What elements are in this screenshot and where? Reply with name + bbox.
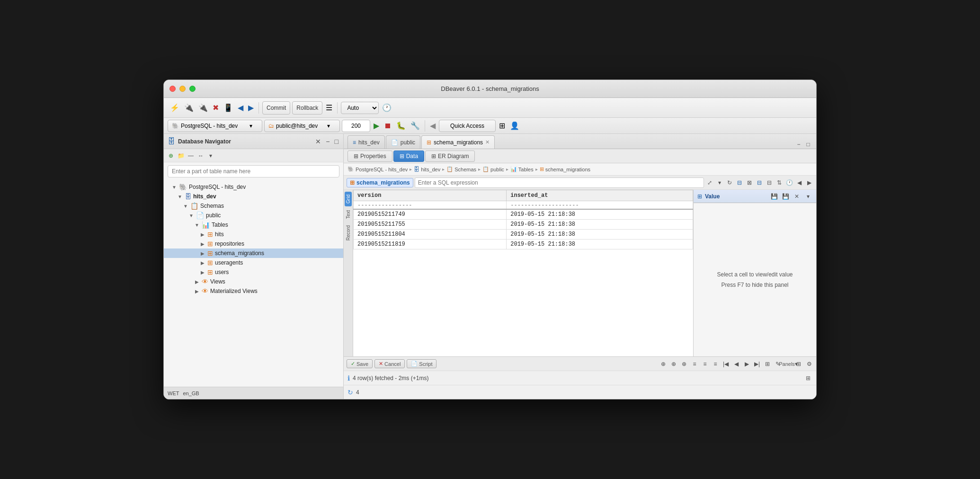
table-row[interactable]: 20190515211804 2019-05-15 21:18:38 <box>354 230 693 240</box>
cell-inserted-4[interactable]: 2019-05-15 21:18:38 <box>507 240 693 249</box>
nav-prev-icon[interactable]: ◀ <box>795 178 803 187</box>
save-file-icon[interactable]: 💾 <box>781 192 790 201</box>
cell-version-2[interactable]: 20190515211755 <box>354 220 507 230</box>
col-inserted-at[interactable]: inserted_at <box>507 190 693 201</box>
cell-version-3[interactable]: 20190515211804 <box>354 230 507 240</box>
stop-query-icon[interactable]: ⏹ <box>383 120 393 132</box>
tab-schema-migrations[interactable]: ⊞ schema_migrations ✕ <box>421 135 495 149</box>
run-icon[interactable]: ▶ <box>372 120 381 132</box>
breadcrumb-public[interactable]: 📋 public <box>482 166 504 172</box>
sub-tab-properties[interactable]: ⊞ Properties <box>347 151 392 162</box>
filter-clear-icon[interactable]: ⊠ <box>745 178 754 187</box>
table-row[interactable]: 20190515211755 2019-05-15 21:18:38 <box>354 220 693 230</box>
breadcrumb-hitsdev[interactable]: 🗄 hits_dev <box>414 166 440 173</box>
breadcrumb-tables[interactable]: 📊 Tables <box>510 166 534 172</box>
filter3-icon[interactable]: ⊟ <box>765 178 774 187</box>
panels-dropdown[interactable]: Panels ▾ <box>784 360 793 368</box>
close-button[interactable] <box>169 86 176 92</box>
forward-icon[interactable]: ▶ <box>247 102 255 114</box>
rollback-button[interactable]: Rollback <box>292 101 322 115</box>
row-op-3[interactable]: ⊕ <box>680 360 688 368</box>
align-1[interactable]: ≡ <box>690 360 699 368</box>
maximize-panel-icon[interactable]: □ <box>334 137 339 146</box>
tree-item-public[interactable]: ▼ 📄 public <box>164 211 343 220</box>
schema-select[interactable]: 🗂 public@hits_dev ▾ <box>264 120 340 132</box>
side-tab-text[interactable]: Text <box>345 207 352 222</box>
debug-icon[interactable]: 🐛 <box>395 120 407 132</box>
commit-button[interactable]: Commit <box>262 101 290 115</box>
breadcrumb-schemas[interactable]: 📋 Schemas <box>446 166 476 172</box>
search-input[interactable] <box>172 168 335 175</box>
side-tab-grid[interactable]: Grid <box>345 192 352 206</box>
cell-version-4[interactable]: 20190515211819 <box>354 240 507 249</box>
cell-inserted-1[interactable]: 2019-05-15 21:18:38 <box>507 209 693 220</box>
disconnect-icon[interactable]: 🔌 <box>197 102 209 114</box>
tree-item-hitsdev[interactable]: ▼ 🗄 hits_dev <box>164 192 343 201</box>
quick-access-button[interactable]: Quick Access <box>439 120 496 132</box>
nav-prev[interactable]: ◀ <box>732 360 740 368</box>
db-connection-select[interactable]: 🐘 PostgreSQL - hits_dev ▾ <box>168 120 262 132</box>
tree-item-mat-views[interactable]: ▶ 👁 Materialized Views <box>164 286 343 296</box>
tree-item-useragents[interactable]: ▶ ⊞ useragents <box>164 258 343 267</box>
sub-tab-data[interactable]: ⊞ Data <box>393 151 424 162</box>
col-version[interactable]: version <box>354 190 507 201</box>
minimize-button[interactable] <box>179 86 186 92</box>
record-refresh-icon[interactable]: ↻ <box>347 389 353 396</box>
grid-view-btn[interactable]: ⊞ <box>794 360 803 368</box>
align-3[interactable]: ≡ <box>711 360 720 368</box>
link-icon[interactable]: ↔ <box>196 151 205 160</box>
collapse-icon[interactable]: − <box>325 137 330 146</box>
nav-first[interactable]: |◀ <box>722 360 730 368</box>
tab-close-icon[interactable]: ✕ <box>485 139 490 145</box>
side-tab-record[interactable]: Record <box>345 222 352 243</box>
tools-icon[interactable]: 🔧 <box>409 120 421 132</box>
stop-icon[interactable]: ✖ <box>211 102 220 114</box>
add-conn-icon[interactable]: ⊕ <box>167 151 175 160</box>
tree-item-tables[interactable]: ▼ 📊 Tables <box>164 220 343 230</box>
sub-tab-er[interactable]: ⊞ ER Diagram <box>425 151 475 162</box>
save-button[interactable]: ✓ Save <box>347 359 373 368</box>
user-icon[interactable]: 👤 <box>508 120 521 132</box>
clock2-icon[interactable]: 🕐 <box>785 178 793 187</box>
refresh-nav-icon[interactable]: 📱 <box>222 102 234 114</box>
dropdown-sql-icon[interactable]: ▾ <box>715 178 724 187</box>
transaction-icon[interactable]: ☰ <box>324 102 334 114</box>
auto-select[interactable]: Auto <box>341 102 379 114</box>
grid-view-icon[interactable]: ⊞ <box>498 120 507 132</box>
back-icon[interactable]: ◀ <box>236 102 245 114</box>
minimize-panel-icon[interactable]: − <box>794 140 803 149</box>
dropdown-value-icon[interactable]: ▾ <box>804 192 812 201</box>
tab-public[interactable]: 📄 public <box>386 135 420 149</box>
unpin-icon[interactable]: ✕ <box>314 137 322 146</box>
resize-icon[interactable]: ⊞ <box>804 374 812 382</box>
tree-item-schemas[interactable]: ▼ 📋 Schemas <box>164 201 343 211</box>
cell-inserted-3[interactable]: 2019-05-15 21:18:38 <box>507 230 693 240</box>
breadcrumb-sm[interactable]: ⊞ schema_migrations <box>540 166 590 172</box>
close-value-icon[interactable]: ✕ <box>793 192 801 201</box>
table-row[interactable]: 20190515211819 2019-05-15 21:18:38 <box>354 240 693 249</box>
cell-version-1[interactable]: 20190515211749 <box>354 209 507 220</box>
connect-icon[interactable]: ⚡ <box>169 102 181 114</box>
limit-input[interactable] <box>342 120 370 132</box>
nav-next-icon[interactable]: ▶ <box>805 178 813 187</box>
refresh-grid-icon[interactable]: ↻ <box>725 178 734 187</box>
copy-row-icon[interactable]: ⊞ <box>763 360 772 368</box>
expand-icon[interactable]: ⤢ <box>705 178 714 187</box>
maximize-right-icon[interactable]: □ <box>804 140 812 149</box>
tab-hitsdev[interactable]: ≡ hits_dev <box>347 135 385 149</box>
nav-last[interactable]: ▶| <box>753 360 761 368</box>
sql-expression-input[interactable] <box>415 177 704 188</box>
tree-item-hits[interactable]: ▶ ⊞ hits <box>164 230 343 239</box>
cell-inserted-2[interactable]: 2019-05-15 21:18:38 <box>507 220 693 230</box>
tree-item-views[interactable]: ▶ 👁 Views <box>164 277 343 286</box>
connect2-icon[interactable]: 🔌 <box>183 102 195 114</box>
maximize-button[interactable] <box>189 86 196 92</box>
dropdown-icon[interactable]: ▾ <box>206 151 215 160</box>
collapse-tree-icon[interactable]: — <box>187 151 195 160</box>
script-button[interactable]: 📄 Script <box>407 359 437 368</box>
tree-item-users[interactable]: ▶ ⊞ users <box>164 267 343 277</box>
clock-icon[interactable]: 🕐 <box>381 102 393 114</box>
order-icon[interactable]: ⇅ <box>775 178 784 187</box>
folder-icon[interactable]: 📁 <box>177 151 185 160</box>
nav-back-icon[interactable]: ◀ <box>428 120 437 132</box>
